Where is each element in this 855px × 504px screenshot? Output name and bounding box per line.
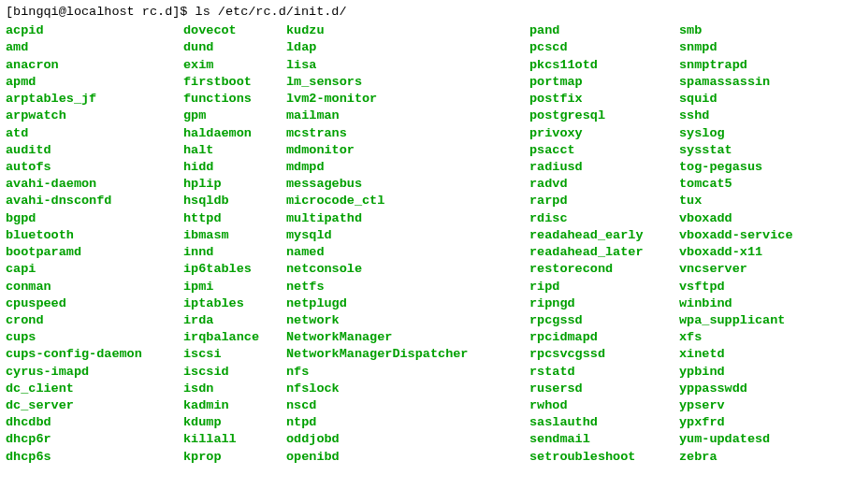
ls-entry: isdn — [183, 381, 286, 397]
ls-entry: kadmin — [183, 397, 286, 414]
ls-entry: amd — [6, 39, 183, 56]
ls-entry: openibd — [286, 449, 529, 466]
ls-entry: pkcs11otd — [529, 57, 679, 74]
ls-entry: mdmpd — [286, 159, 529, 176]
ls-entry: yum-updatesd — [679, 431, 793, 448]
ls-entry: restorecond — [529, 261, 679, 278]
ls-entry: arpwatch — [6, 108, 183, 124]
ls-entry: bluetooth — [6, 227, 183, 244]
ls-entry: innd — [183, 244, 286, 261]
ls-entry: irqbalance — [183, 329, 286, 346]
ls-entry: netplugd — [286, 295, 529, 312]
ls-entry: httpd — [183, 210, 286, 227]
ls-entry: squid — [679, 91, 793, 108]
ls-entry: kdump — [183, 414, 286, 431]
ls-column-4: pandpcscdpkcs11otdportmappostfixpostgres… — [529, 22, 679, 466]
ls-entry: dhcdbd — [6, 414, 183, 431]
ls-entry: killall — [183, 431, 286, 448]
ls-entry: firstboot — [183, 74, 286, 91]
ls-entry: pcscd — [529, 39, 679, 56]
ls-entry: iptables — [183, 295, 286, 312]
ls-entry: ip6tables — [183, 261, 286, 278]
ls-entry: kudzu — [286, 22, 529, 39]
ls-entry: halt — [183, 142, 286, 159]
ls-entry: ripd — [529, 279, 679, 295]
ls-entry: NetworkManager — [286, 329, 529, 346]
ls-entry: setroubleshoot — [529, 449, 679, 466]
shell-prompt: [bingqi@localhost rc.d]$ — [6, 5, 187, 19]
ls-entry: smb — [679, 22, 793, 39]
ls-entry: dc_server — [6, 397, 183, 414]
ls-entry: psacct — [529, 142, 679, 159]
ls-entry: apmd — [6, 74, 183, 91]
ls-entry: rpcidmapd — [529, 329, 679, 346]
ls-entry: nfs — [286, 364, 529, 381]
ls-entry: nscd — [286, 397, 529, 414]
ls-output: acpidamdanacronapmdarptables_jfarpwatcha… — [6, 22, 849, 466]
ls-entry: syslog — [679, 125, 793, 142]
ls-entry: postfix — [529, 91, 679, 108]
ls-entry: ripngd — [529, 295, 679, 312]
ls-entry: cyrus-imapd — [6, 364, 183, 381]
ls-entry: avahi-daemon — [6, 176, 183, 193]
ls-entry: saslauthd — [529, 414, 679, 431]
ls-entry: dovecot — [183, 22, 286, 39]
ls-entry: oddjobd — [286, 431, 529, 448]
ls-entry: sendmail — [529, 431, 679, 448]
ls-entry: rusersd — [529, 381, 679, 397]
ls-entry: mdmonitor — [286, 142, 529, 159]
ls-entry: tux — [679, 193, 793, 209]
ls-entry: multipathd — [286, 210, 529, 227]
ls-entry: named — [286, 244, 529, 261]
ls-entry: network — [286, 312, 529, 329]
ls-entry: dhcp6s — [6, 449, 183, 466]
ls-entry: messagebus — [286, 176, 529, 193]
ls-entry: microcode_ctl — [286, 193, 529, 209]
shell-command: ls /etc/rc.d/init.d/ — [196, 5, 347, 19]
shell-prompt-line: [bingqi@localhost rc.d]$ ls /etc/rc.d/in… — [6, 4, 849, 21]
ls-entry: rwhod — [529, 397, 679, 414]
ls-entry: hplip — [183, 176, 286, 193]
ls-entry: hidd — [183, 159, 286, 176]
ls-entry: cpuspeed — [6, 295, 183, 312]
ls-entry: netconsole — [286, 261, 529, 278]
ls-entry: rpcsvcgssd — [529, 346, 679, 363]
ls-entry: conman — [6, 279, 183, 295]
ls-entry: avahi-dnsconfd — [6, 193, 183, 209]
ls-entry: ibmasm — [183, 227, 286, 244]
ls-entry: rdisc — [529, 210, 679, 227]
ls-entry: portmap — [529, 74, 679, 91]
ls-entry: irda — [183, 312, 286, 329]
ls-entry: cups — [6, 329, 183, 346]
ls-entry: mailman — [286, 108, 529, 124]
ls-entry: vboxadd — [679, 210, 793, 227]
ls-entry: dc_client — [6, 381, 183, 397]
ls-entry: ypserv — [679, 397, 793, 414]
ls-entry: xinetd — [679, 346, 793, 363]
ls-column-2: dovecotdundeximfirstbootfunctionsgpmhald… — [183, 22, 286, 466]
ls-entry: winbind — [679, 295, 793, 312]
ls-entry: pand — [529, 22, 679, 39]
ls-entry: ipmi — [183, 279, 286, 295]
ls-entry: kprop — [183, 449, 286, 466]
ls-entry: iscsi — [183, 346, 286, 363]
ls-entry: lvm2-monitor — [286, 91, 529, 108]
ls-column-1: acpidamdanacronapmdarptables_jfarpwatcha… — [6, 22, 183, 466]
ls-entry: auditd — [6, 142, 183, 159]
ls-entry: exim — [183, 57, 286, 74]
ls-entry: vncserver — [679, 261, 793, 278]
ls-entry: ypxfrd — [679, 414, 793, 431]
ls-entry: lm_sensors — [286, 74, 529, 91]
ls-entry: mysqld — [286, 227, 529, 244]
ls-entry: readahead_later — [529, 244, 679, 261]
ls-entry: autofs — [6, 159, 183, 176]
ls-entry: readahead_early — [529, 227, 679, 244]
ls-entry: netfs — [286, 279, 529, 295]
ls-entry: NetworkManagerDispatcher — [286, 346, 529, 363]
ls-entry: vboxadd-service — [679, 227, 793, 244]
ls-entry: cups-config-daemon — [6, 346, 183, 363]
ls-column-5: smbsnmpdsnmptrapdspamassassinsquidsshdsy… — [679, 22, 793, 466]
ls-entry: anacron — [6, 57, 183, 74]
ls-entry: ldap — [286, 39, 529, 56]
ls-entry: ntpd — [286, 414, 529, 431]
